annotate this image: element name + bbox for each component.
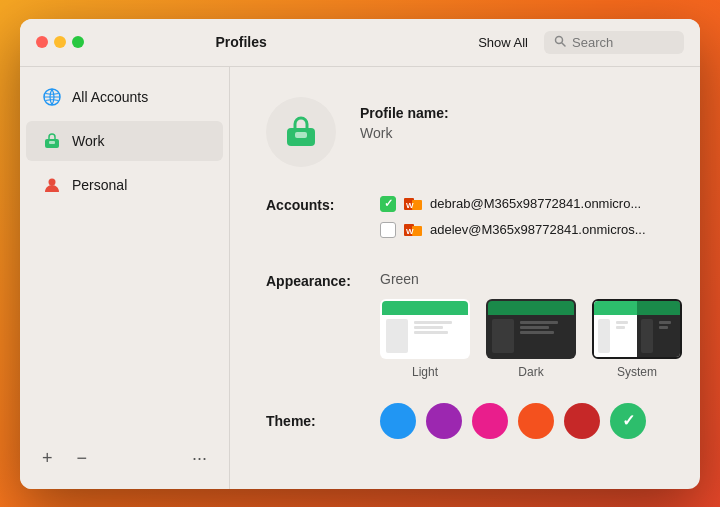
search-icon xyxy=(554,35,566,50)
appearance-section: Appearance: Green xyxy=(266,271,664,379)
titlebar: Profiles Show All xyxy=(20,19,700,67)
svg-line-1 xyxy=(562,43,565,46)
appearance-option-dark[interactable]: Dark xyxy=(486,299,576,379)
sidebar: All Accounts Work xyxy=(20,67,230,489)
accounts-section: Accounts: W debrab@M365x98772841.onmicro… xyxy=(266,195,664,247)
search-box xyxy=(544,31,684,54)
sidebar-item-all-accounts[interactable]: All Accounts xyxy=(26,77,223,117)
appearance-option-light[interactable]: Light xyxy=(380,299,470,379)
main-window: Profiles Show All xyxy=(20,19,700,489)
appearance-label: Appearance: xyxy=(266,271,356,289)
theme-color-red[interactable] xyxy=(564,403,600,439)
appearance-system-label: System xyxy=(617,365,657,379)
theme-color-purple[interactable] xyxy=(426,403,462,439)
theme-section: Theme: xyxy=(266,403,664,439)
svg-text:W: W xyxy=(406,227,414,236)
appearance-preview-system xyxy=(592,299,682,359)
theme-color-green[interactable] xyxy=(610,403,646,439)
theme-label: Theme: xyxy=(266,413,356,429)
office-icon-1: W xyxy=(404,195,422,213)
appearance-value: Green xyxy=(380,271,682,287)
titlebar-actions: Show All xyxy=(470,31,684,54)
appearance-options: Light xyxy=(380,299,682,379)
sidebar-item-personal-label: Personal xyxy=(72,177,127,193)
svg-rect-8 xyxy=(295,132,307,138)
remove-profile-button[interactable]: − xyxy=(71,446,94,471)
main-content: All Accounts Work xyxy=(20,67,700,489)
appearance-content: Green xyxy=(380,271,682,379)
add-profile-button[interactable]: + xyxy=(36,446,59,471)
profile-header: Profile name: Work xyxy=(266,97,664,167)
search-input[interactable] xyxy=(572,35,674,50)
all-accounts-icon xyxy=(42,87,62,107)
svg-text:W: W xyxy=(406,201,414,210)
profile-info: Profile name: Work xyxy=(360,97,449,141)
profile-name-value: Work xyxy=(360,125,449,141)
more-options-button[interactable]: ··· xyxy=(186,446,213,471)
account-row-2: W adelev@M365x98772841.onmicros... xyxy=(380,221,664,239)
theme-color-pink[interactable] xyxy=(472,403,508,439)
sidebar-bottom: + − ··· xyxy=(20,436,229,481)
show-all-button[interactable]: Show All xyxy=(470,31,536,54)
window-title: Profiles xyxy=(20,34,462,50)
svg-rect-5 xyxy=(49,141,55,144)
svg-point-6 xyxy=(49,178,56,185)
accounts-label: Accounts: xyxy=(266,195,356,213)
appearance-light-label: Light xyxy=(412,365,438,379)
theme-colors xyxy=(380,403,646,439)
appearance-preview-dark xyxy=(486,299,576,359)
appearance-option-system[interactable]: System xyxy=(592,299,682,379)
account-checkbox-2[interactable] xyxy=(380,222,396,238)
accounts-list: W debrab@M365x98772841.onmicro... W xyxy=(380,195,664,247)
sidebar-item-all-accounts-label: All Accounts xyxy=(72,89,148,105)
personal-icon xyxy=(42,175,62,195)
sidebar-item-work-label: Work xyxy=(72,133,104,149)
profile-icon xyxy=(266,97,336,167)
sidebar-item-work[interactable]: Work xyxy=(26,121,223,161)
profile-name-label: Profile name: xyxy=(360,105,449,121)
svg-point-0 xyxy=(556,36,563,43)
account-email-2: adelev@M365x98772841.onmicros... xyxy=(430,222,646,237)
account-email-1: debrab@M365x98772841.onmicro... xyxy=(430,196,641,211)
appearance-preview-light xyxy=(380,299,470,359)
appearance-dark-label: Dark xyxy=(518,365,543,379)
work-icon xyxy=(42,131,62,151)
theme-color-orange[interactable] xyxy=(518,403,554,439)
account-checkbox-1[interactable] xyxy=(380,196,396,212)
sidebar-item-personal[interactable]: Personal xyxy=(26,165,223,205)
account-row-1: W debrab@M365x98772841.onmicro... xyxy=(380,195,664,213)
office-icon-2: W xyxy=(404,221,422,239)
theme-color-blue[interactable] xyxy=(380,403,416,439)
content-area: Profile name: Work Accounts: W xyxy=(230,67,700,489)
